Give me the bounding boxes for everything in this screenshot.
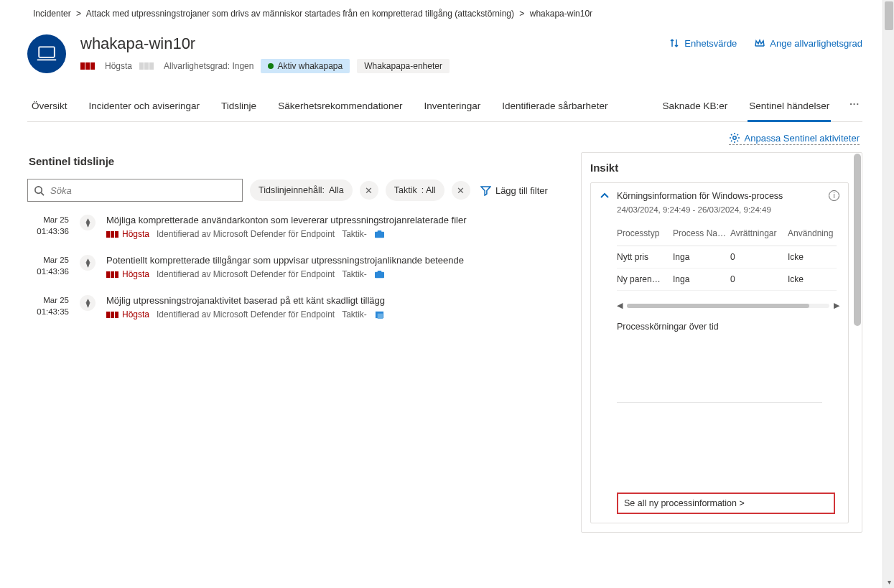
tab-timeline[interactable]: Tidslinje — [220, 92, 258, 121]
insight-panel-scrollbar[interactable] — [854, 154, 861, 326]
scroll-down-arrow[interactable]: ▾ — [883, 577, 894, 588]
criticality-bars — [80, 62, 95, 70]
timeline-source: Identifierad av Microsoft Defender för E… — [157, 229, 335, 239]
scroll-left-arrow[interactable]: ◀ — [617, 301, 623, 310]
table-row[interactable]: Ny paren… Inga 0 Icke — [617, 269, 837, 291]
timeline-severity: Högsta — [106, 269, 149, 279]
chevron-up-icon — [600, 191, 610, 201]
col-usage: Användning — [788, 228, 837, 238]
insight-card-title: Körningsinformation för Windows-process — [617, 191, 821, 201]
timeline-tactic-label: Taktik- — [342, 269, 367, 279]
search-icon — [34, 185, 45, 196]
svg-point-2 — [35, 186, 42, 192]
timeline-source: Identifierad av Microsoft Defender för E… — [157, 269, 335, 279]
timeline-node-icon — [80, 215, 96, 230]
criticality-label: Högsta — [105, 61, 132, 71]
timeline-tactic-label: Taktik- — [342, 309, 367, 319]
svg-rect-0 — [39, 47, 55, 57]
tab-overview[interactable]: Översikt — [30, 92, 69, 121]
filter-tactic[interactable]: Taktik : All — [386, 179, 444, 201]
table-header-row: Processtyp Process Na… Avrättningar Anvä… — [617, 223, 837, 246]
scroll-thumb[interactable] — [885, 1, 893, 30]
timeline-item-title: Möjlig utpressningstrojanaktivitet baser… — [106, 295, 568, 306]
insight-panel-title: Insikt — [590, 162, 862, 174]
info-icon[interactable]: i — [829, 190, 839, 201]
search-input-wrapper[interactable] — [27, 179, 243, 202]
tab-overflow-button[interactable]: ··· — [849, 98, 860, 115]
timeline-item[interactable]: Mar 25 01:43:36 Möjliga kompretterade an… — [27, 215, 568, 239]
insight-card: Körningsinformation för Windows-process … — [590, 182, 849, 523]
breadcrumb-part-2[interactable]: Attack med utpressningstrojaner som driv… — [86, 9, 514, 19]
divider — [617, 402, 822, 403]
filter-content-clear[interactable]: ✕ — [360, 181, 378, 200]
insight-card-header[interactable]: Körningsinformation för Windows-process … — [600, 190, 839, 201]
svg-rect-3 — [375, 231, 384, 237]
tab-recommendations[interactable]: Säkerhetsrekommendationer — [276, 92, 404, 121]
status-dot-icon — [268, 63, 274, 69]
customize-sentinel-button[interactable]: Anpassa Sentinel aktiviteter — [729, 132, 860, 145]
laptop-icon — [36, 45, 57, 62]
timeline-timestamp: Mar 25 01:43:35 — [27, 295, 69, 319]
device-title: whakapa-win10r — [80, 34, 669, 53]
timeline-node-icon — [80, 255, 96, 271]
severity-label: Allvarlighetsgrad: Ingen — [164, 61, 253, 71]
sort-arrows-icon — [669, 37, 680, 49]
filter-timeline-content[interactable]: Tidslinjeinnehåll: Alla — [250, 179, 353, 201]
search-input[interactable] — [50, 185, 236, 196]
tactic-icon — [374, 270, 385, 279]
timeline-item-title: Potentiellt kompretterade tillgångar som… — [106, 255, 568, 266]
col-processname: Process Na… — [673, 228, 730, 238]
breadcrumb-sep: > — [519, 9, 524, 19]
tab-bar: Översikt Incidenter och aviseringar Tids… — [27, 92, 862, 122]
device-group-chip[interactable]: Whakapapa-enheter — [357, 59, 450, 73]
severity-bars — [139, 62, 154, 70]
breadcrumb: Incidenter > Attack med utpressningstroj… — [27, 0, 862, 26]
tab-inventory[interactable]: Inventeringar — [422, 92, 482, 121]
view-all-process-link[interactable]: Se all ny processinformation > — [617, 493, 835, 514]
device-value-button[interactable]: Enhetsvärde — [669, 37, 737, 49]
device-avatar — [27, 34, 66, 73]
breadcrumb-part-3: whakapa-win10r — [530, 9, 592, 19]
filter-tactic-clear[interactable]: ✕ — [452, 181, 470, 200]
timeline-source: Identifierad av Microsoft Defender för E… — [157, 309, 335, 319]
gear-icon — [729, 132, 740, 144]
scroll-right-arrow[interactable]: ▶ — [834, 301, 839, 310]
svg-rect-4 — [378, 230, 382, 232]
svg-rect-5 — [375, 271, 384, 277]
svg-point-1 — [732, 136, 735, 139]
tab-incidents[interactable]: Incidenter och aviseringar — [88, 92, 202, 121]
table-row[interactable]: Nytt pris Inga 0 Icke — [617, 246, 837, 269]
hscroll-thumb[interactable] — [627, 304, 809, 308]
svg-rect-6 — [378, 270, 382, 272]
set-severity-button[interactable]: Ange allvarlighetsgrad — [754, 37, 862, 49]
timeline-item[interactable]: Mar 25 01:43:35 Möjlig utpressningstroja… — [27, 295, 568, 319]
timeline-tactic-label: Taktik- — [342, 229, 367, 239]
active-user-chip[interactable]: Aktiv whakapapa — [261, 59, 350, 73]
col-executions: Avrättningar — [730, 228, 788, 238]
insight-card-daterange: 24/03/2024, 9:24:49 - 26/03/2024, 9:24:4… — [617, 205, 839, 214]
timeline-timestamp: Mar 25 01:43:36 — [27, 215, 69, 239]
tab-missing-kb[interactable]: Saknade KB:er — [661, 92, 730, 121]
chart-title: Processkörningar över tid — [617, 322, 839, 332]
timeline-item-title: Möjliga kompretterade användarkonton som… — [106, 215, 568, 225]
table-horizontal-scrollbar[interactable]: ◀ ▶ — [617, 301, 839, 310]
insight-panel: Insikt Körningsinformation för Windows-p… — [581, 152, 862, 533]
process-table: Processtyp Process Na… Avrättningar Anvä… — [617, 223, 837, 291]
tactic-icon — [374, 230, 385, 239]
timeline-severity: Högsta — [106, 309, 149, 319]
tab-sentinel-events[interactable]: Sentinel händelser — [748, 92, 831, 121]
breadcrumb-sep: > — [76, 9, 81, 19]
sentinel-timeline-heading: Sentinel tidslinje — [29, 155, 568, 167]
timeline-item[interactable]: Mar 25 01:43:36 Potentiellt kompretterad… — [27, 255, 568, 279]
crown-icon — [754, 37, 765, 49]
breadcrumb-part-1[interactable]: Incidenter — [33, 9, 71, 19]
col-processtype: Processtyp — [617, 228, 673, 238]
timeline-severity: Högsta — [106, 229, 149, 239]
filter-icon — [480, 185, 491, 196]
svg-rect-8 — [378, 313, 383, 318]
tab-vulnerabilities[interactable]: Identifierade sårbarheter — [500, 92, 609, 121]
timeline-timestamp: Mar 25 01:43:36 — [27, 255, 69, 279]
chart-area — [617, 339, 837, 396]
add-filter-button[interactable]: Lägg till filter — [478, 185, 551, 196]
window-scrollbar[interactable]: ▴ ▾ — [883, 0, 894, 588]
